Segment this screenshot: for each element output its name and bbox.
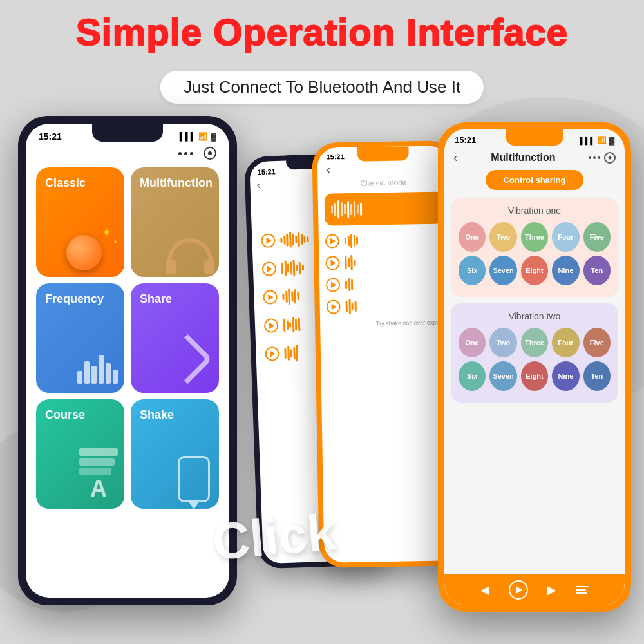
phone-mid-inner: 15:21 ‹ Classic mode — [317, 146, 455, 562]
battery-icon: ▓ — [211, 132, 216, 141]
vib1-five-btn[interactable]: Five — [583, 222, 611, 252]
vibration-two-title: Vibration two — [459, 311, 611, 321]
main-title: Simple Operation Interface — [0, 12, 644, 53]
vib2-one-btn[interactable]: One — [459, 328, 486, 357]
menu-dot-1 — [178, 152, 182, 155]
orange-wave-section — [325, 191, 444, 225]
star2-icon: ✦ — [113, 238, 118, 245]
vib2-nine-btn[interactable]: Nine — [552, 361, 579, 391]
vib2-six-btn[interactable]: Six — [459, 361, 486, 391]
mf-menu-dots[interactable] — [589, 156, 600, 159]
app-tile-course[interactable]: Course A — [36, 399, 124, 509]
mid-play-btn-3[interactable] — [326, 278, 340, 292]
phone-main-notch — [92, 124, 163, 142]
app-label-freq: Frequency — [45, 292, 115, 306]
phone-main-time: 15:21 — [39, 131, 62, 142]
subtitle-badge: Just Connect To Bluetooth And Use It — [160, 71, 484, 104]
try-shake-text: Try shake can ever experi — [327, 319, 445, 327]
vib1-six-btn[interactable]: Six — [459, 256, 486, 285]
app-grid: Classic ✦ ✦ Multifunction — [26, 162, 229, 519]
phone-front-header: ‹ Multifunction — [444, 147, 625, 170]
vib1-four-btn[interactable]: Four — [552, 222, 579, 252]
nav-menu-lines[interactable] — [576, 586, 589, 594]
target-icon[interactable] — [204, 147, 216, 160]
frequency-bars-icon — [77, 355, 118, 384]
play-btn-1[interactable] — [261, 233, 276, 248]
phone-front-time: 15:21 — [455, 135, 476, 145]
nav-play-btn[interactable] — [509, 580, 528, 600]
vib2-five-btn[interactable]: Five — [583, 328, 611, 357]
mid-play-btn-2[interactable] — [325, 256, 339, 270]
app-label-shake: Shake — [140, 408, 210, 422]
vib1-seven-btn[interactable]: Seven — [489, 256, 516, 285]
wifi-icon: 📶 — [198, 132, 208, 141]
phone-bottom-bar: ◀ ▶ — [444, 574, 625, 605]
phone-front-notch — [506, 129, 564, 146]
phone-mid-back-btn[interactable]: ‹ — [317, 158, 449, 180]
app-label-multi: Multifunction — [140, 176, 210, 190]
vib1-one-btn[interactable]: One — [459, 222, 486, 252]
vib-one-row1: One Two Three Four Five — [459, 222, 611, 252]
classic-icon: ✦ ✦ — [66, 225, 118, 270]
vibration-two-section: Vibration two One Two Three Four Five Si… — [451, 303, 618, 402]
app-tile-classic[interactable]: Classic ✦ ✦ — [36, 167, 124, 277]
phone-back2-time: 15:21 — [258, 167, 276, 176]
play-btn-4[interactable] — [264, 318, 279, 333]
control-sharing-button[interactable]: Control sharing — [486, 170, 584, 190]
course-stack-icon: A — [79, 448, 118, 502]
phone-front: 15:21 ▌▌▌ 📶 ▓ ‹ Multifunction Control sh… — [438, 122, 631, 612]
play-btn-5[interactable] — [265, 346, 279, 361]
vib1-two-btn[interactable]: Two — [489, 222, 516, 252]
play-btn-2[interactable] — [262, 261, 277, 276]
app-label-course: Course — [45, 408, 115, 422]
headphone-icon — [167, 238, 213, 270]
vib1-ten-btn[interactable]: Ten — [583, 256, 611, 285]
play-btn-3[interactable] — [263, 290, 278, 305]
mid-play-btn-4[interactable] — [327, 299, 341, 314]
vib1-eight-btn[interactable]: Eight — [521, 256, 548, 285]
vibration-one-section: Vibration one One Two Three Four Five Si… — [451, 198, 618, 297]
phone-front-back-btn[interactable]: ‹ — [453, 150, 458, 165]
vib-two-row2: Six Seven Eight Nine Ten — [459, 361, 611, 391]
mid-wave-rows: Try shake can ever experi — [319, 226, 452, 333]
shake-phone-icon — [178, 456, 210, 502]
vib-two-row1: One Two Three Four Five — [459, 328, 611, 357]
status-icons: ▌▌▌ 📶 ▓ — [180, 132, 216, 141]
vib2-ten-btn[interactable]: Ten — [583, 361, 611, 391]
app-tile-shake[interactable]: Shake — [131, 399, 219, 509]
menu-dot-3 — [190, 152, 193, 155]
menu-dot-2 — [184, 152, 187, 155]
vib2-eight-btn[interactable]: Eight — [521, 361, 548, 391]
front-wifi-icon: 📶 — [598, 136, 607, 144]
multifunction-title: Multifunction — [458, 152, 589, 164]
signal-icon: ▌▌▌ — [180, 132, 196, 141]
app-label-share: Share — [140, 292, 210, 306]
nav-prev-arrow[interactable]: ◀ — [480, 583, 489, 597]
vib2-two-btn[interactable]: Two — [489, 328, 516, 357]
share-arrow-icon — [167, 339, 213, 384]
front-signal-icon: ▌▌▌ — [580, 137, 595, 144]
phone-main: 15:21 ▌▌▌ 📶 ▓ Classic ✦ ✦ — [18, 116, 237, 605]
vib1-nine-btn[interactable]: Nine — [552, 256, 579, 285]
app-label-classic: Classic — [45, 176, 115, 190]
vib-one-row2: Six Seven Eight Nine Ten — [459, 256, 611, 285]
mid-play-btn-1[interactable] — [325, 234, 339, 248]
front-battery-icon: ▓ — [609, 137, 614, 144]
classic-mode-label: Classic mode — [317, 177, 449, 189]
phone-mid-notch — [357, 146, 408, 161]
nav-next-arrow[interactable]: ▶ — [547, 583, 556, 597]
app-tile-frequency[interactable]: Frequency — [36, 283, 124, 393]
app-tile-multifunction[interactable]: Multifunction — [131, 167, 219, 277]
phone-front-inner: 15:21 ▌▌▌ 📶 ▓ ‹ Multifunction Control sh… — [444, 129, 625, 605]
vib2-three-btn[interactable]: Three — [521, 328, 548, 357]
vib1-three-btn[interactable]: Three — [521, 222, 548, 252]
phone-mid-time: 15:21 — [327, 153, 345, 160]
vibration-one-title: Vibration one — [459, 205, 611, 216]
click-label: Click — [210, 502, 338, 572]
star1-icon: ✦ — [102, 225, 111, 240]
vib2-four-btn[interactable]: Four — [552, 328, 579, 357]
mf-target-icon[interactable] — [604, 152, 616, 164]
vib2-seven-btn[interactable]: Seven — [489, 361, 516, 391]
phone-dots-menu — [26, 144, 229, 162]
app-tile-share[interactable]: Share — [131, 283, 219, 393]
